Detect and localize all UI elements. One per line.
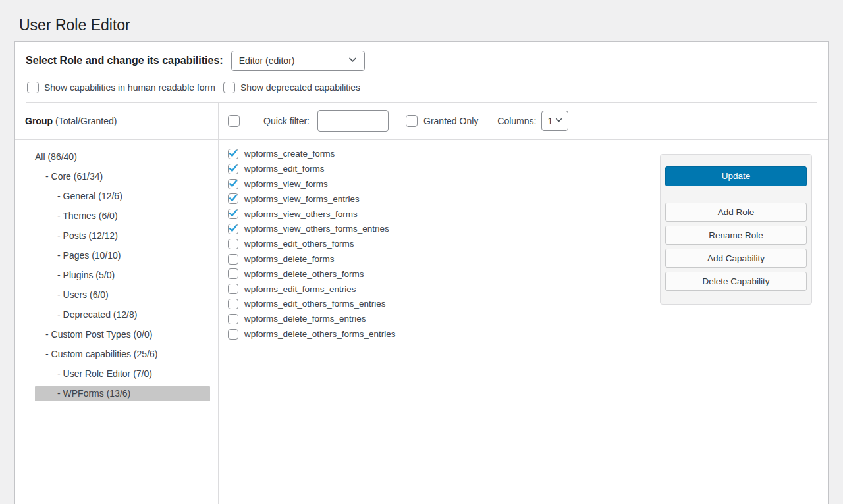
capability-label[interactable]: wpforms_edit_others_forms_entries [244, 299, 386, 309]
group-tree-item[interactable]: - Custom capabilities (25/6) [35, 347, 210, 362]
group-tree-item[interactable]: - WPForms (13/6) [35, 386, 210, 401]
capability-checkbox[interactable] [228, 164, 238, 174]
capability-checkbox[interactable] [228, 239, 238, 249]
capability-checkbox[interactable] [228, 268, 238, 279]
capability-label[interactable]: wpforms_delete_others_forms_entries [244, 329, 396, 339]
capability-label[interactable]: wpforms_edit_others_forms [244, 239, 354, 249]
page-title: User Role Editor [19, 16, 843, 35]
capability-label[interactable]: wpforms_edit_forms_entries [244, 284, 356, 294]
group-tree-item[interactable]: - Users (6/0) [35, 288, 210, 303]
show-deprecated-checkbox[interactable] [223, 82, 235, 93]
capability-checkbox[interactable] [228, 224, 238, 234]
groups-header-subtitle: (Total/Granted) [55, 116, 117, 126]
role-select-row: Select Role and change its capabilities:… [26, 51, 817, 71]
group-tree-item[interactable]: - User Role Editor (7/0) [35, 366, 210, 382]
group-tree-item[interactable]: - Plugins (5/0) [35, 268, 210, 283]
capability-label[interactable]: wpforms_view_others_forms [244, 209, 358, 219]
capability-checkbox[interactable] [228, 179, 238, 189]
user-role-editor-panel: Select Role and change its capabilities:… [14, 41, 829, 504]
capability-checkbox[interactable] [228, 314, 238, 324]
capability-checkbox[interactable] [228, 209, 238, 219]
capability-label[interactable]: wpforms_delete_others_forms [244, 269, 364, 279]
show-deprecated-label[interactable]: Show deprecated capabilities [240, 82, 360, 93]
granted-only-label[interactable]: Granted Only [423, 116, 478, 126]
quick-filter-input[interactable] [317, 110, 389, 132]
columns-label: Columns: [497, 116, 536, 126]
update-button[interactable]: Update [665, 166, 807, 186]
capability-checkbox[interactable] [228, 299, 238, 309]
rename-role-button[interactable]: Rename Role [665, 226, 807, 245]
capability-label[interactable]: wpforms_edit_forms [244, 164, 325, 174]
role-select-value: Editor (editor) [239, 55, 295, 66]
group-tree-item[interactable]: - Posts (12/12) [35, 228, 210, 243]
actions-panel: Update Add Role Rename Role Add Capabili… [660, 154, 812, 305]
capabilities-list-area: wpforms_create_formswpforms_edit_formswp… [219, 140, 828, 504]
capability-label[interactable]: wpforms_create_forms [244, 149, 335, 159]
columns-select-value: 1 [547, 116, 553, 126]
group-tree: All (86/40)- Core (61/34)- General (12/6… [15, 140, 218, 406]
capabilities-column: Quick filter: Granted Only Columns: 1 wp… [219, 103, 828, 504]
groups-column: Group (Total/Granted) All (86/40)- Core … [15, 103, 219, 504]
capability-checkbox[interactable] [228, 329, 238, 340]
human-readable-checkbox[interactable] [27, 82, 39, 93]
role-select-label: Select Role and change its capabilities: [26, 55, 223, 66]
capability-label[interactable]: wpforms_view_forms [244, 179, 328, 189]
chevron-down-icon [555, 116, 563, 126]
human-readable-label[interactable]: Show capabilities in human readable form [44, 82, 215, 93]
group-tree-item[interactable]: - Custom Post Types (0/0) [35, 327, 210, 342]
capability-checkbox[interactable] [228, 254, 238, 265]
capability-checkbox[interactable] [228, 193, 238, 204]
capability-label[interactable]: wpforms_view_others_forms_entries [244, 224, 389, 234]
capability-label[interactable]: wpforms_view_forms_entries [244, 194, 360, 204]
group-tree-item[interactable]: All (86/40) [35, 149, 210, 164]
capability-label[interactable]: wpforms_delete_forms_entries [244, 314, 366, 324]
granted-only-checkbox[interactable] [406, 115, 418, 127]
capability-checkbox[interactable] [228, 149, 238, 159]
add-capability-button[interactable]: Add Capability [665, 249, 807, 268]
select-all-checkbox[interactable] [228, 115, 240, 127]
role-select[interactable]: Editor (editor) [231, 51, 365, 71]
group-tree-item[interactable]: - Deprecated (12/8) [35, 307, 210, 322]
add-role-button[interactable]: Add Role [665, 203, 807, 222]
divider [666, 195, 806, 195]
capability-label[interactable]: wpforms_delete_forms [244, 254, 335, 264]
chevron-down-icon [348, 55, 358, 66]
capability-checkbox[interactable] [228, 284, 238, 294]
columns-select[interactable]: 1 [541, 111, 568, 131]
groups-header: Group (Total/Granted) [15, 103, 218, 140]
group-tree-item[interactable]: - Core (61/34) [35, 169, 210, 184]
capability-row: wpforms_delete_others_forms_entries [228, 326, 828, 341]
quick-filter-label: Quick filter: [263, 116, 310, 126]
delete-capability-button[interactable]: Delete Capability [665, 272, 807, 291]
display-options-row: Show capabilities in human readable form… [27, 82, 817, 93]
groups-header-title: Group [25, 116, 53, 126]
capability-row: wpforms_delete_forms_entries [228, 311, 828, 326]
filter-row: Quick filter: Granted Only Columns: 1 [219, 103, 828, 140]
group-tree-item[interactable]: - General (12/6) [35, 189, 210, 204]
group-tree-item[interactable]: - Themes (6/0) [35, 209, 210, 224]
group-tree-item[interactable]: - Pages (10/10) [35, 248, 210, 263]
